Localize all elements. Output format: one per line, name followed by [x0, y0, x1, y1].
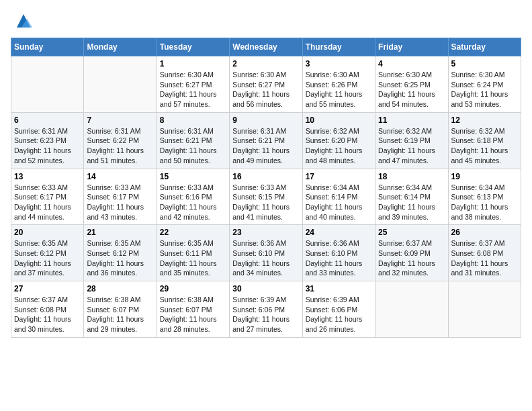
day-info: Sunrise: 6:37 AM Sunset: 6:08 PM Dayligh… [451, 238, 518, 278]
logo [11, 11, 34, 31]
day-info: Sunrise: 6:30 AM Sunset: 6:24 PM Dayligh… [451, 70, 518, 109]
calendar-cell: 19Sunrise: 6:34 AM Sunset: 6:13 PM Dayli… [448, 169, 521, 225]
calendar: SundayMondayTuesdayWednesdayThursdayFrid… [11, 38, 521, 338]
calendar-week-4: 20Sunrise: 6:35 AM Sunset: 6:12 PM Dayli… [11, 225, 521, 281]
day-info: Sunrise: 6:30 AM Sunset: 6:26 PM Dayligh… [306, 70, 372, 109]
day-number: 4 [378, 59, 445, 68]
day-number: 23 [232, 228, 299, 237]
day-info: Sunrise: 6:35 AM Sunset: 6:12 PM Dayligh… [14, 238, 81, 278]
calendar-cell [375, 281, 448, 338]
calendar-cell: 23Sunrise: 6:36 AM Sunset: 6:10 PM Dayli… [230, 225, 302, 281]
calendar-cell: 5Sunrise: 6:30 AM Sunset: 6:24 PM Daylig… [448, 56, 521, 113]
day-info: Sunrise: 6:36 AM Sunset: 6:10 PM Dayligh… [232, 238, 299, 278]
day-info: Sunrise: 6:34 AM Sunset: 6:14 PM Dayligh… [306, 183, 372, 222]
calendar-cell: 11Sunrise: 6:32 AM Sunset: 6:19 PM Dayli… [375, 112, 448, 169]
calendar-week-3: 13Sunrise: 6:33 AM Sunset: 6:17 PM Dayli… [11, 169, 521, 225]
day-number: 19 [451, 172, 518, 181]
day-info: Sunrise: 6:30 AM Sunset: 6:25 PM Dayligh… [378, 70, 445, 109]
day-number: 22 [160, 228, 226, 237]
day-info: Sunrise: 6:37 AM Sunset: 6:08 PM Dayligh… [14, 295, 81, 334]
day-header-sunday: Sunday [11, 38, 84, 56]
day-number: 14 [87, 172, 153, 181]
day-number: 5 [451, 59, 518, 68]
day-number: 3 [306, 59, 372, 68]
day-info: Sunrise: 6:31 AM Sunset: 6:21 PM Dayligh… [232, 126, 299, 166]
day-header-wednesday: Wednesday [230, 38, 302, 56]
calendar-cell: 20Sunrise: 6:35 AM Sunset: 6:12 PM Dayli… [11, 225, 84, 281]
day-number: 15 [160, 172, 226, 181]
day-info: Sunrise: 6:32 AM Sunset: 6:20 PM Dayligh… [306, 126, 372, 166]
day-info: Sunrise: 6:30 AM Sunset: 6:27 PM Dayligh… [160, 70, 226, 109]
calendar-cell: 22Sunrise: 6:35 AM Sunset: 6:11 PM Dayli… [157, 225, 229, 281]
day-number: 1 [160, 59, 226, 68]
calendar-week-1: 1Sunrise: 6:30 AM Sunset: 6:27 PM Daylig… [11, 56, 521, 113]
day-number: 16 [232, 172, 299, 181]
day-number: 27 [14, 284, 81, 293]
day-number: 20 [14, 228, 81, 237]
day-info: Sunrise: 6:31 AM Sunset: 6:22 PM Dayligh… [87, 126, 153, 166]
day-number: 8 [160, 116, 226, 125]
day-header-monday: Monday [84, 38, 157, 56]
day-info: Sunrise: 6:36 AM Sunset: 6:10 PM Dayligh… [306, 238, 372, 278]
calendar-cell: 18Sunrise: 6:34 AM Sunset: 6:14 PM Dayli… [375, 169, 448, 225]
day-info: Sunrise: 6:33 AM Sunset: 6:16 PM Dayligh… [160, 183, 226, 222]
day-number: 18 [378, 172, 445, 181]
day-info: Sunrise: 6:33 AM Sunset: 6:17 PM Dayligh… [87, 183, 153, 222]
day-number: 28 [87, 284, 153, 293]
day-info: Sunrise: 6:31 AM Sunset: 6:21 PM Dayligh… [160, 126, 226, 166]
calendar-cell: 1Sunrise: 6:30 AM Sunset: 6:27 PM Daylig… [157, 56, 229, 113]
day-number: 7 [87, 116, 153, 125]
day-info: Sunrise: 6:32 AM Sunset: 6:18 PM Dayligh… [451, 126, 518, 166]
calendar-cell: 25Sunrise: 6:37 AM Sunset: 6:09 PM Dayli… [375, 225, 448, 281]
day-number: 29 [160, 284, 226, 293]
day-number: 10 [306, 116, 372, 125]
day-number: 24 [306, 228, 372, 237]
calendar-header-row: SundayMondayTuesdayWednesdayThursdayFrid… [11, 38, 521, 56]
calendar-cell: 29Sunrise: 6:38 AM Sunset: 6:07 PM Dayli… [157, 281, 229, 338]
day-number: 25 [378, 228, 445, 237]
calendar-cell [448, 281, 521, 338]
calendar-cell [11, 56, 84, 113]
calendar-cell: 8Sunrise: 6:31 AM Sunset: 6:21 PM Daylig… [157, 112, 229, 169]
calendar-cell: 24Sunrise: 6:36 AM Sunset: 6:10 PM Dayli… [302, 225, 375, 281]
day-info: Sunrise: 6:35 AM Sunset: 6:12 PM Dayligh… [87, 238, 153, 278]
day-info: Sunrise: 6:30 AM Sunset: 6:27 PM Dayligh… [232, 70, 299, 109]
day-header-tuesday: Tuesday [157, 38, 229, 56]
day-number: 30 [232, 284, 299, 293]
day-header-friday: Friday [375, 38, 448, 56]
calendar-cell: 21Sunrise: 6:35 AM Sunset: 6:12 PM Dayli… [84, 225, 157, 281]
page-header [11, 11, 521, 31]
calendar-cell: 3Sunrise: 6:30 AM Sunset: 6:26 PM Daylig… [302, 56, 375, 113]
day-number: 6 [14, 116, 81, 125]
calendar-cell: 13Sunrise: 6:33 AM Sunset: 6:17 PM Dayli… [11, 169, 84, 225]
day-info: Sunrise: 6:39 AM Sunset: 6:06 PM Dayligh… [232, 295, 299, 334]
day-header-saturday: Saturday [448, 38, 521, 56]
logo-icon [13, 11, 34, 31]
day-info: Sunrise: 6:38 AM Sunset: 6:07 PM Dayligh… [87, 295, 153, 334]
calendar-cell: 31Sunrise: 6:39 AM Sunset: 6:06 PM Dayli… [302, 281, 375, 338]
calendar-cell: 27Sunrise: 6:37 AM Sunset: 6:08 PM Dayli… [11, 281, 84, 338]
calendar-cell [84, 56, 157, 113]
day-number: 12 [451, 116, 518, 125]
day-number: 9 [232, 116, 299, 125]
calendar-cell: 26Sunrise: 6:37 AM Sunset: 6:08 PM Dayli… [448, 225, 521, 281]
calendar-cell: 17Sunrise: 6:34 AM Sunset: 6:14 PM Dayli… [302, 169, 375, 225]
calendar-cell: 4Sunrise: 6:30 AM Sunset: 6:25 PM Daylig… [375, 56, 448, 113]
day-info: Sunrise: 6:35 AM Sunset: 6:11 PM Dayligh… [160, 238, 226, 278]
day-number: 11 [378, 116, 445, 125]
calendar-cell: 28Sunrise: 6:38 AM Sunset: 6:07 PM Dayli… [84, 281, 157, 338]
calendar-week-5: 27Sunrise: 6:37 AM Sunset: 6:08 PM Dayli… [11, 281, 521, 338]
day-number: 21 [87, 228, 153, 237]
day-info: Sunrise: 6:32 AM Sunset: 6:19 PM Dayligh… [378, 126, 445, 166]
calendar-week-2: 6Sunrise: 6:31 AM Sunset: 6:23 PM Daylig… [11, 112, 521, 169]
calendar-cell: 6Sunrise: 6:31 AM Sunset: 6:23 PM Daylig… [11, 112, 84, 169]
calendar-cell: 10Sunrise: 6:32 AM Sunset: 6:20 PM Dayli… [302, 112, 375, 169]
day-info: Sunrise: 6:34 AM Sunset: 6:14 PM Dayligh… [378, 183, 445, 222]
day-number: 13 [14, 172, 81, 181]
day-info: Sunrise: 6:39 AM Sunset: 6:06 PM Dayligh… [306, 295, 372, 334]
calendar-cell: 15Sunrise: 6:33 AM Sunset: 6:16 PM Dayli… [157, 169, 229, 225]
calendar-cell: 7Sunrise: 6:31 AM Sunset: 6:22 PM Daylig… [84, 112, 157, 169]
day-number: 31 [306, 284, 372, 293]
calendar-cell: 16Sunrise: 6:33 AM Sunset: 6:15 PM Dayli… [230, 169, 302, 225]
day-info: Sunrise: 6:31 AM Sunset: 6:23 PM Dayligh… [14, 126, 81, 166]
